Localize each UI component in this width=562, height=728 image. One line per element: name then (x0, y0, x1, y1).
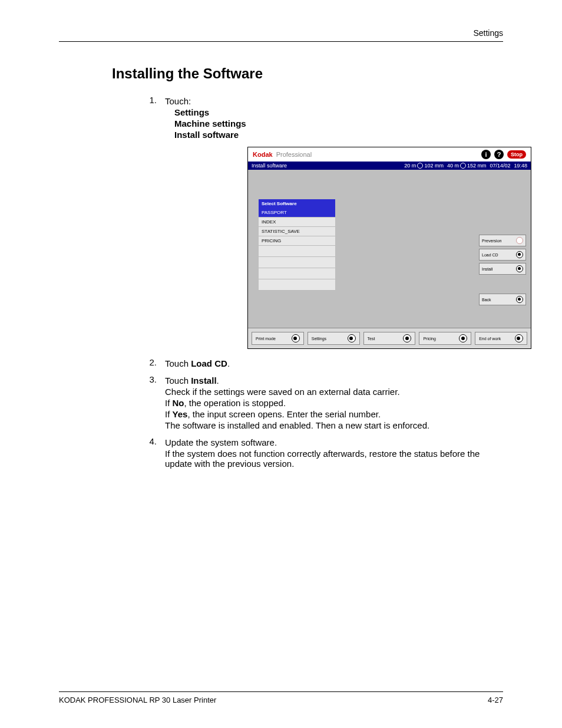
window-titlebar: Install software 20 m 102 mm 40 m 152 mm… (248, 162, 531, 170)
app-topbar: Kodak Professional i ? Stop (248, 147, 531, 162)
list-item[interactable]: STATISTIC_SAVE (259, 227, 335, 236)
status-date: 07/14/02 (490, 163, 510, 169)
list-header: Select Software (259, 199, 335, 208)
step-text: Touch Install. (165, 375, 503, 386)
radio-icon (348, 334, 356, 342)
step-text: Update the system software. (165, 437, 503, 447)
paper-roll-icon (417, 163, 423, 169)
embedded-screenshot: Kodak Professional i ? Stop Install soft… (247, 147, 531, 349)
step-text: If Yes, the input screen opens. Enter th… (165, 409, 503, 419)
back-button[interactable]: Back (479, 294, 526, 305)
pricing-button[interactable]: Pricing (419, 332, 471, 345)
install-button[interactable]: Install (479, 263, 526, 275)
button-label: Pricing (423, 337, 455, 341)
button-label: Settings (312, 337, 344, 341)
print-mode-button[interactable]: Print mode (252, 332, 304, 345)
page-footer: KODAK PROFESSIONAL RP 30 Laser Printer 4… (59, 691, 503, 704)
list-item (259, 279, 335, 291)
radio-icon (516, 265, 523, 272)
radio-icon (459, 334, 467, 342)
radio-icon (516, 296, 523, 303)
paper-length: 20 m (404, 163, 416, 169)
step-text: The software is installed and enabled. T… (165, 420, 503, 430)
menu-path-item: Settings (174, 107, 503, 117)
button-label: Install (482, 267, 514, 271)
end-of-work-button[interactable]: End of work (475, 332, 527, 345)
button-label: End of work (479, 337, 511, 341)
button-label: Test (368, 337, 400, 341)
paper-width: 102 mm (424, 163, 444, 169)
help-icon[interactable]: ? (494, 150, 504, 159)
list-item (259, 268, 335, 279)
list-item[interactable]: INDEX (259, 218, 335, 227)
radio-icon (516, 237, 523, 244)
step-text: Check if the settings were saved on an e… (165, 387, 503, 397)
step-number: 3. (141, 374, 157, 384)
brand-name: Kodak (253, 151, 273, 158)
step-number: 4. (141, 436, 157, 446)
menu-path-item: Install software (174, 130, 503, 140)
step-number: 2. (141, 357, 157, 367)
radio-icon (515, 334, 523, 342)
preversion-button[interactable]: Preversion (479, 235, 526, 246)
paper-length: 40 m (447, 163, 459, 169)
page-number: 4-27 (488, 696, 503, 704)
radio-icon (292, 334, 300, 342)
footer-product: KODAK PROFESSIONAL RP 30 Laser Printer (59, 696, 216, 704)
step-text: Touch: (165, 96, 503, 106)
menu-path-item: Machine settings (174, 118, 503, 129)
window-title: Install software (252, 163, 287, 169)
running-header: Settings (59, 28, 503, 41)
list-item (259, 257, 335, 268)
step-text: If the system does not function correctl… (165, 449, 503, 469)
button-label: Load CD (482, 253, 514, 257)
info-icon[interactable]: i (481, 150, 491, 159)
paper-roll-icon (460, 163, 466, 169)
software-list: Select Software PASSPORT INDEX STATISTIC… (259, 199, 335, 323)
list-item (259, 246, 335, 257)
paper-width: 152 mm (467, 163, 487, 169)
step-number: 1. (141, 95, 157, 105)
button-label: Back (482, 298, 514, 302)
load-cd-button[interactable]: Load CD (479, 249, 526, 261)
button-label: Print mode (256, 337, 288, 341)
section-title: Installing the Software (112, 65, 503, 82)
bottom-toolbar: Print mode Settings Test Pricing End of … (248, 328, 531, 348)
brand-suffix: Professional (276, 151, 312, 158)
status-time: 19:48 (514, 163, 527, 169)
step-text: If No, the operation is stopped. (165, 398, 503, 408)
radio-icon (516, 251, 523, 258)
settings-button[interactable]: Settings (308, 332, 360, 345)
button-label: Preversion (482, 239, 514, 243)
radio-icon (403, 334, 411, 342)
list-item[interactable]: PRICING (259, 236, 335, 246)
list-item[interactable]: PASSPORT (259, 208, 335, 218)
stop-button[interactable]: Stop (507, 150, 526, 159)
step-text: Touch Load CD. (165, 358, 503, 368)
test-button[interactable]: Test (363, 332, 416, 345)
